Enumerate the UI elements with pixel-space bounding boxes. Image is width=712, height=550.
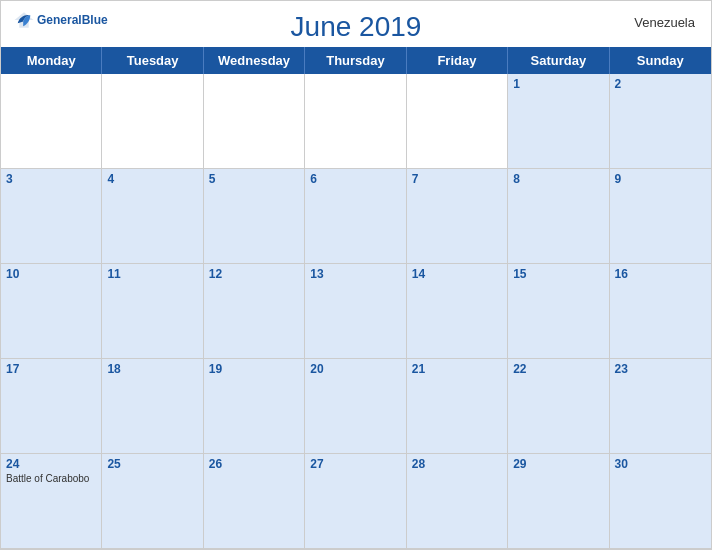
- logo-blue-text: Blue: [82, 13, 108, 27]
- day-cell: 25: [102, 454, 203, 549]
- logo-general-text: General: [37, 13, 82, 27]
- day-cell: 24Battle of Carabobo: [1, 454, 102, 549]
- country-label: Venezuela: [634, 15, 695, 30]
- day-number: 6: [310, 172, 400, 186]
- day-cell: 22: [508, 359, 609, 454]
- day-cell: 3: [1, 169, 102, 264]
- calendar-container: GeneralBlue June 2019 Venezuela Monday T…: [0, 0, 712, 550]
- day-cell: 28: [407, 454, 508, 549]
- day-cell: 19: [204, 359, 305, 454]
- day-number: 29: [513, 457, 603, 471]
- day-number: 24: [6, 457, 96, 471]
- day-cell: 26: [204, 454, 305, 549]
- day-cell: 29: [508, 454, 609, 549]
- day-cell: 2: [610, 74, 711, 169]
- day-cell: 4: [102, 169, 203, 264]
- day-cell: 23: [610, 359, 711, 454]
- day-header-sunday: Sunday: [610, 47, 711, 74]
- day-number: 22: [513, 362, 603, 376]
- day-cell: 1: [508, 74, 609, 169]
- day-number: 20: [310, 362, 400, 376]
- day-number: 21: [412, 362, 502, 376]
- day-cell: 12: [204, 264, 305, 359]
- day-cell: [305, 74, 406, 169]
- day-number: 5: [209, 172, 299, 186]
- day-number: 25: [107, 457, 197, 471]
- day-cell: 15: [508, 264, 609, 359]
- day-number: 9: [615, 172, 706, 186]
- event-label: Battle of Carabobo: [6, 473, 96, 484]
- day-cell: 30: [610, 454, 711, 549]
- day-number: 19: [209, 362, 299, 376]
- day-header-wednesday: Wednesday: [204, 47, 305, 74]
- day-number: 13: [310, 267, 400, 281]
- day-number: 18: [107, 362, 197, 376]
- day-number: 7: [412, 172, 502, 186]
- day-number: 14: [412, 267, 502, 281]
- day-number: 1: [513, 77, 603, 91]
- day-number: 15: [513, 267, 603, 281]
- day-number: 30: [615, 457, 706, 471]
- day-cell: 16: [610, 264, 711, 359]
- day-cell: 7: [407, 169, 508, 264]
- day-cell: 27: [305, 454, 406, 549]
- day-number: 11: [107, 267, 197, 281]
- day-cell: 9: [610, 169, 711, 264]
- day-cell: [1, 74, 102, 169]
- day-header-tuesday: Tuesday: [102, 47, 203, 74]
- day-number: 8: [513, 172, 603, 186]
- day-number: 3: [6, 172, 96, 186]
- logo-text: GeneralBlue: [37, 14, 108, 26]
- day-number: 10: [6, 267, 96, 281]
- day-header-friday: Friday: [407, 47, 508, 74]
- day-number: 27: [310, 457, 400, 471]
- day-number: 2: [615, 77, 706, 91]
- day-cell: [102, 74, 203, 169]
- day-number: 28: [412, 457, 502, 471]
- day-number: 26: [209, 457, 299, 471]
- day-number: 23: [615, 362, 706, 376]
- day-cell: 10: [1, 264, 102, 359]
- day-cell: [407, 74, 508, 169]
- month-title: June 2019: [291, 11, 422, 43]
- day-number: 12: [209, 267, 299, 281]
- logo-bird-icon: [13, 9, 35, 31]
- day-cell: 20: [305, 359, 406, 454]
- day-cell: 21: [407, 359, 508, 454]
- day-number: 4: [107, 172, 197, 186]
- day-header-monday: Monday: [1, 47, 102, 74]
- day-cell: 17: [1, 359, 102, 454]
- day-header-saturday: Saturday: [508, 47, 609, 74]
- day-cell: 14: [407, 264, 508, 359]
- day-cell: 6: [305, 169, 406, 264]
- day-cell: 13: [305, 264, 406, 359]
- calendar-header: GeneralBlue June 2019 Venezuela: [1, 1, 711, 47]
- day-cell: 8: [508, 169, 609, 264]
- day-cell: 5: [204, 169, 305, 264]
- day-header-thursday: Thursday: [305, 47, 406, 74]
- day-number: 17: [6, 362, 96, 376]
- calendar-grid: 123456789101112131415161718192021222324B…: [1, 74, 711, 549]
- days-of-week-header: Monday Tuesday Wednesday Thursday Friday…: [1, 47, 711, 74]
- day-number: 16: [615, 267, 706, 281]
- logo-area: GeneralBlue: [13, 9, 108, 31]
- day-cell: [204, 74, 305, 169]
- day-cell: 18: [102, 359, 203, 454]
- day-cell: 11: [102, 264, 203, 359]
